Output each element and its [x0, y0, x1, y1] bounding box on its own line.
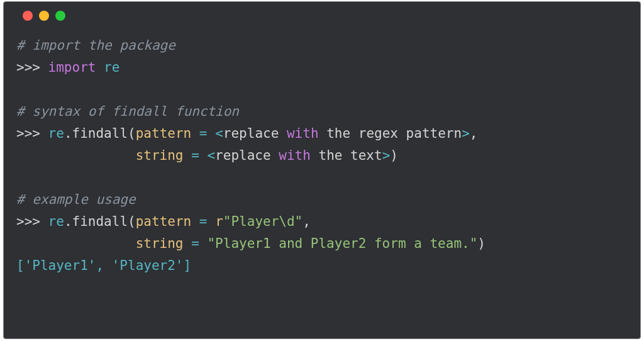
func-name: findall	[72, 214, 128, 229]
func-name: findall	[72, 126, 128, 141]
comment-line: # syntax of findall function	[16, 104, 239, 119]
window-titlebar	[4, 2, 640, 26]
module-name: re	[48, 126, 64, 141]
indent	[16, 148, 136, 163]
repl-prompt: >>>	[16, 126, 48, 141]
param-name: string	[136, 148, 184, 163]
paren: )	[477, 236, 486, 251]
comma: ,	[470, 126, 478, 141]
module-name: re	[48, 214, 64, 229]
comma: ,	[303, 214, 311, 229]
string-literal: "Player\d"	[223, 214, 303, 229]
output-result: ['Player1', 'Player2']	[16, 258, 191, 273]
indent	[16, 236, 136, 251]
keyword-with: with	[279, 148, 311, 163]
param-name: string	[136, 236, 184, 251]
code-window: # import the package >>> import re # syn…	[3, 1, 641, 339]
placeholder-text: replace	[223, 126, 287, 141]
paren: )	[390, 148, 398, 163]
angle-bracket: <	[215, 126, 223, 141]
comment-line: # import the package	[16, 38, 175, 53]
param-name: pattern	[136, 126, 192, 141]
keyword-import: import	[48, 60, 96, 75]
string-literal: "Player1 and Player2 form a team."	[207, 236, 477, 251]
equals-op: =	[191, 214, 215, 229]
equals-op: =	[191, 126, 215, 141]
minimize-icon[interactable]	[39, 11, 49, 21]
placeholder-text: the text	[311, 148, 382, 163]
dot-op: .	[64, 126, 72, 141]
close-icon[interactable]	[23, 11, 33, 21]
angle-bracket: <	[207, 148, 215, 163]
comment-line: # example usage	[16, 192, 136, 207]
placeholder-text: the regex pattern	[319, 126, 462, 141]
dot-op: .	[64, 214, 72, 229]
param-name: pattern	[136, 214, 192, 229]
maximize-icon[interactable]	[55, 11, 65, 21]
equals-op: =	[184, 148, 208, 163]
code-block: # import the package >>> import re # syn…	[4, 26, 640, 289]
angle-bracket: >	[462, 126, 470, 141]
keyword-with: with	[287, 126, 319, 141]
placeholder-text: replace	[215, 148, 279, 163]
repl-prompt: >>>	[16, 214, 48, 229]
module-name: re	[104, 60, 119, 75]
paren: (	[128, 126, 136, 141]
repl-prompt: >>>	[16, 60, 48, 75]
paren: (	[128, 214, 136, 229]
raw-prefix: r	[215, 214, 223, 229]
equals-op: =	[184, 236, 208, 251]
angle-bracket: >	[382, 148, 391, 163]
